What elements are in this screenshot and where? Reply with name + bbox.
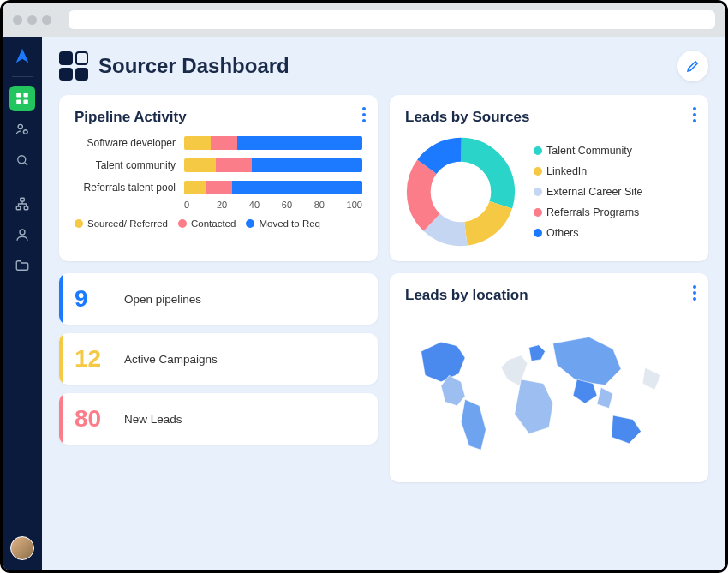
stat-label: Open pipelines [124,293,201,306]
sidebar-item-files[interactable] [9,253,35,278]
stat-open-pipelines[interactable]: 9 Open pipelines [59,273,378,325]
bar-label: Talent community [75,159,176,171]
chart-legend: Talent Community LinkedIn External Caree… [534,145,643,239]
legend-item: Others [534,227,643,239]
sidebar [3,37,42,570]
svg-rect-1 [24,93,28,97]
card-leads-by-location: Leads by location [390,273,708,482]
traffic-close[interactable] [13,15,22,25]
card-pipeline-activity: Pipeline Activity Software developer Tal… [59,95,378,261]
donut-chart [405,136,516,248]
legend-label: Contacted [191,218,236,229]
card-menu-button[interactable] [693,107,696,122]
legend-item: External Career Site [534,186,643,198]
svg-rect-9 [24,206,28,210]
legend-item: LinkedIn [534,165,643,177]
stat-new-leads[interactable]: 80 New Leads [59,393,378,445]
edit-button[interactable] [677,51,708,81]
traffic-min[interactable] [27,15,37,25]
tick: 100 [347,200,362,210]
legend-label: Talent Community [546,145,632,157]
traffic-max[interactable] [42,15,51,25]
world-map-svg [405,314,693,469]
stat-value: 9 [75,285,110,313]
page-header: Sourcer Dashboard [59,51,708,81]
svg-rect-0 [16,93,21,97]
legend-label: Moved to Req [259,218,320,229]
tick: 60 [282,200,314,210]
avatar[interactable] [10,536,34,560]
stats-column: 9 Open pipelines 12 Active Campaigns 80 … [59,273,378,482]
bar-row: Talent community [75,158,362,172]
stat-active-campaigns[interactable]: 12 Active Campaigns [59,333,378,385]
pencil-icon [685,58,701,74]
page-title: Sourcer Dashboard [98,54,289,78]
logo-icon [13,47,32,66]
donut-chart-wrap: Talent Community LinkedIn External Caree… [405,136,693,248]
svg-point-4 [18,124,22,128]
main-content: Sourcer Dashboard Pipeline Activity Soft… [42,37,725,570]
traffic-lights [13,15,51,25]
card-title: Leads by location [405,287,693,304]
stat-value: 12 [75,345,110,373]
card-title: Pipeline Activity [75,109,362,126]
pipeline-bar-chart: Software developer Talent community Refe… [75,136,362,194]
svg-rect-2 [16,100,21,104]
card-title: Leads by Sources [405,109,693,126]
dashboard-grid: Pipeline Activity Software developer Tal… [59,95,708,482]
url-bar[interactable] [69,10,715,29]
svg-rect-3 [24,100,28,104]
bar-track [184,158,362,172]
grid-icon [15,91,30,106]
sidebar-item-profile[interactable] [9,222,35,248]
stat-label: Active Campaigns [124,353,218,366]
divider [12,182,33,182]
sidebar-item-org[interactable] [9,191,35,217]
svg-point-10 [20,230,25,235]
bar-track [184,136,362,150]
stat-value: 80 [75,405,110,433]
x-axis: 0 20 40 60 80 100 [184,200,362,210]
svg-point-5 [24,130,28,134]
legend-item: Contacted [178,218,236,229]
svg-rect-8 [16,206,21,210]
bar-track [184,181,362,194]
sidebar-item-contacts[interactable] [9,116,35,142]
tick: 0 [184,200,217,210]
org-chart-icon [15,196,30,212]
bar-label: Software developer [75,137,176,149]
dashboard-glyph-icon [59,51,88,81]
legend-item: Talent Community [534,145,643,157]
svg-point-6 [18,156,26,164]
legend-item: Sourced/ Referred [75,218,168,229]
user-gear-icon [15,122,30,137]
svg-rect-7 [21,198,25,201]
card-menu-button[interactable] [362,107,366,122]
sidebar-item-search[interactable] [9,147,35,173]
legend-label: Referrals Programs [546,206,639,218]
stat-label: New Leads [124,413,182,426]
browser-chrome [3,3,725,37]
legend-label: Sourced/ Referred [87,218,168,229]
bar-label: Referrals talent pool [75,182,176,194]
legend-item: Moved to Req [246,218,320,229]
card-menu-button[interactable] [693,285,696,301]
browser-window: Sourcer Dashboard Pipeline Activity Soft… [0,0,728,573]
bar-row: Software developer [75,136,362,150]
search-icon [15,152,30,168]
folder-icon [15,258,30,273]
sidebar-item-dashboard[interactable] [9,86,35,111]
tick: 20 [217,200,249,210]
legend-label: Others [546,227,579,239]
legend-label: External Career Site [546,186,643,198]
user-icon [15,227,30,242]
card-leads-by-sources: Leads by Sources Talent Community Linked… [390,95,708,261]
divider [12,76,33,77]
legend-label: LinkedIn [546,165,587,177]
legend-item: Referrals Programs [534,206,643,218]
chart-legend: Sourced/ Referred Contacted Moved to Req [75,218,362,229]
app-shell: Sourcer Dashboard Pipeline Activity Soft… [3,37,725,570]
bar-row: Referrals talent pool [75,181,362,194]
tick: 80 [314,200,347,210]
world-map [405,314,693,469]
